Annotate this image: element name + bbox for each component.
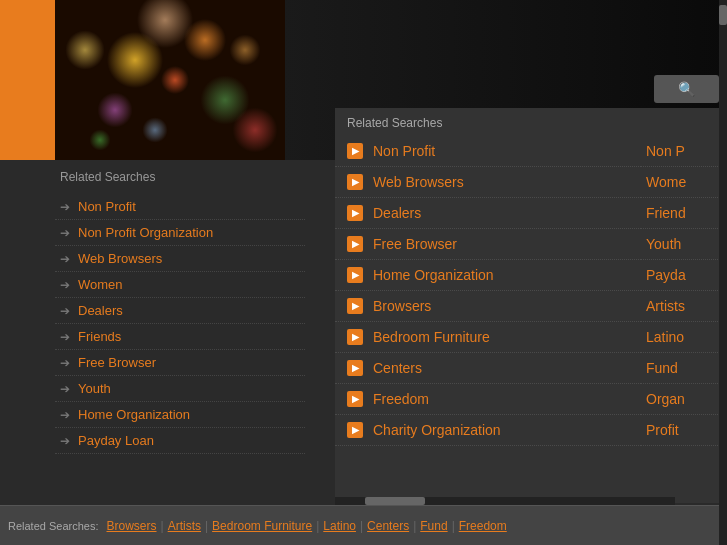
bottom-link-browsers[interactable]: Browsers bbox=[107, 519, 157, 533]
sidebar-item-home-organization[interactable]: ➔ Home Organization bbox=[55, 402, 305, 428]
bottom-link-centers[interactable]: Centers bbox=[367, 519, 409, 533]
main-item-label: Centers bbox=[373, 360, 422, 376]
main-item-label: Bedroom Furniture bbox=[373, 329, 490, 345]
right-item-1[interactable]: Wome bbox=[640, 167, 720, 198]
arrow-icon: ➔ bbox=[60, 252, 70, 266]
main-item-label: Freedom bbox=[373, 391, 429, 407]
item-icon: ▶ bbox=[347, 298, 363, 314]
arrow-icon: ➔ bbox=[60, 200, 70, 214]
sidebar-item-label: Free Browser bbox=[78, 355, 156, 370]
sidebar-item-women[interactable]: ➔ Women bbox=[55, 272, 305, 298]
sidebar-item-non-profit[interactable]: ➔ Non Profit bbox=[55, 194, 305, 220]
sidebar-item-label: Dealers bbox=[78, 303, 123, 318]
sidebar-title: Related Searches bbox=[55, 170, 305, 184]
right-item-5[interactable]: Artists bbox=[640, 291, 720, 322]
main-item-label: Home Organization bbox=[373, 267, 494, 283]
arrow-icon: ➔ bbox=[60, 408, 70, 422]
main-item-label: Dealers bbox=[373, 205, 421, 221]
main-item-label: Free Browser bbox=[373, 236, 457, 252]
item-icon: ▶ bbox=[347, 205, 363, 221]
main-item-label: Web Browsers bbox=[373, 174, 464, 190]
bottom-link-freedom[interactable]: Freedom bbox=[459, 519, 507, 533]
horizontal-scrollbar-thumb[interactable] bbox=[365, 497, 425, 505]
main-item-label: Browsers bbox=[373, 298, 431, 314]
horizontal-scrollbar-track bbox=[335, 497, 675, 505]
search-icon: 🔍 bbox=[678, 81, 695, 97]
arrow-icon: ➔ bbox=[60, 356, 70, 370]
item-icon: ▶ bbox=[347, 236, 363, 252]
item-icon: ▶ bbox=[347, 391, 363, 407]
right-item-4[interactable]: Payda bbox=[640, 260, 720, 291]
item-icon: ▶ bbox=[347, 329, 363, 345]
sidebar-item-free-browser[interactable]: ➔ Free Browser bbox=[55, 350, 305, 376]
sidebar-item-label: Women bbox=[78, 277, 123, 292]
main-item-dealers[interactable]: ▶ Dealers bbox=[335, 198, 675, 229]
sidebar-item-non-profit-org[interactable]: ➔ Non Profit Organization bbox=[55, 220, 305, 246]
sidebar-item-label: Non Profit bbox=[78, 199, 136, 214]
arrow-icon: ➔ bbox=[60, 304, 70, 318]
bottom-link-latino[interactable]: Latino bbox=[323, 519, 356, 533]
sidebar-item-label: Web Browsers bbox=[78, 251, 162, 266]
main-item-label: Charity Organization bbox=[373, 422, 501, 438]
item-icon: ▶ bbox=[347, 143, 363, 159]
divider: | bbox=[205, 519, 208, 533]
divider: | bbox=[452, 519, 455, 533]
bottom-bar: Related Searches: Browsers | Artists | B… bbox=[0, 505, 727, 545]
right-item-8[interactable]: Organ bbox=[640, 384, 720, 415]
sidebar-item-label: Payday Loan bbox=[78, 433, 154, 448]
main-item-freedom[interactable]: ▶ Freedom bbox=[335, 384, 675, 415]
bottom-link-fund[interactable]: Fund bbox=[420, 519, 447, 533]
sidebar-item-youth[interactable]: ➔ Youth bbox=[55, 376, 305, 402]
bottom-link-bedroom-furniture[interactable]: Bedroom Furniture bbox=[212, 519, 312, 533]
divider: | bbox=[413, 519, 416, 533]
main-item-web-browsers[interactable]: ▶ Web Browsers bbox=[335, 167, 675, 198]
vertical-scrollbar-thumb[interactable] bbox=[719, 5, 727, 25]
main-panel: Related Searches ▶ Non Profit ▶ Web Brow… bbox=[335, 108, 675, 503]
right-item-7[interactable]: Fund bbox=[640, 353, 720, 384]
divider: | bbox=[161, 519, 164, 533]
bottom-link-artists[interactable]: Artists bbox=[168, 519, 201, 533]
divider: | bbox=[316, 519, 319, 533]
sidebar-item-web-browsers[interactable]: ➔ Web Browsers bbox=[55, 246, 305, 272]
orange-bar bbox=[0, 0, 55, 160]
arrow-icon: ➔ bbox=[60, 382, 70, 396]
search-button[interactable]: 🔍 bbox=[654, 75, 719, 103]
main-item-browsers[interactable]: ▶ Browsers bbox=[335, 291, 675, 322]
item-icon: ▶ bbox=[347, 360, 363, 376]
arrow-icon: ➔ bbox=[60, 226, 70, 240]
main-item-bedroom-furniture[interactable]: ▶ Bedroom Furniture bbox=[335, 322, 675, 353]
vertical-scrollbar-track bbox=[719, 0, 727, 545]
item-icon: ▶ bbox=[347, 422, 363, 438]
arrow-icon: ➔ bbox=[60, 434, 70, 448]
sidebar-item-label: Home Organization bbox=[78, 407, 190, 422]
sidebar-item-label: Non Profit Organization bbox=[78, 225, 213, 240]
sidebar-item-payday-loan[interactable]: ➔ Payday Loan bbox=[55, 428, 305, 454]
sidebar-item-dealers[interactable]: ➔ Dealers bbox=[55, 298, 305, 324]
main-item-label: Non Profit bbox=[373, 143, 435, 159]
right-item-6[interactable]: Latino bbox=[640, 322, 720, 353]
item-icon: ▶ bbox=[347, 267, 363, 283]
main-item-non-profit[interactable]: ▶ Non Profit bbox=[335, 136, 675, 167]
divider: | bbox=[360, 519, 363, 533]
main-item-free-browser[interactable]: ▶ Free Browser bbox=[335, 229, 675, 260]
main-panel-title: Related Searches bbox=[335, 108, 675, 136]
main-item-centers[interactable]: ▶ Centers bbox=[335, 353, 675, 384]
right-item-9[interactable]: Profit bbox=[640, 415, 720, 446]
sidebar-item-friends[interactable]: ➔ Friends bbox=[55, 324, 305, 350]
arrow-icon: ➔ bbox=[60, 330, 70, 344]
right-item-3[interactable]: Youth bbox=[640, 229, 720, 260]
sidebar-item-label: Friends bbox=[78, 329, 121, 344]
right-column: Non P Wome Friend Youth Payda Artists La… bbox=[640, 108, 720, 503]
right-item-0[interactable]: Non P bbox=[640, 136, 720, 167]
arrow-icon: ➔ bbox=[60, 278, 70, 292]
bottom-bar-label: Related Searches: bbox=[8, 520, 99, 532]
right-item-2[interactable]: Friend bbox=[640, 198, 720, 229]
main-item-charity-organization[interactable]: ▶ Charity Organization bbox=[335, 415, 675, 446]
bokeh-image bbox=[55, 0, 285, 160]
sidebar-item-label: Youth bbox=[78, 381, 111, 396]
left-sidebar: Related Searches ➔ Non Profit ➔ Non Prof… bbox=[55, 170, 305, 454]
item-icon: ▶ bbox=[347, 174, 363, 190]
main-item-home-organization[interactable]: ▶ Home Organization bbox=[335, 260, 675, 291]
